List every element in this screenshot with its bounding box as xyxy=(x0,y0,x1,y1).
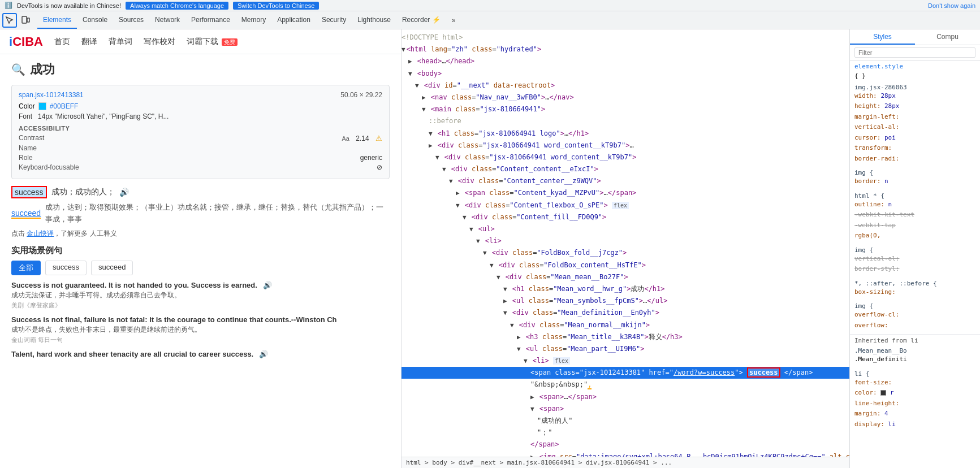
sentence-3-speaker[interactable]: 🔊 xyxy=(259,350,268,358)
cursor-tool-button[interactable] xyxy=(2,13,17,28)
word2-link[interactable]: succeed xyxy=(11,209,41,219)
expand-span-c[interactable]: ▶ xyxy=(530,393,534,401)
dom-line-word-h1[interactable]: ▼ <h1 class="Mean_word__hwr_g">成功</h1> xyxy=(402,283,849,295)
dom-line-mean[interactable]: ▼ <div class="Mean_mean__Bo27F"> xyxy=(402,271,849,283)
dom-line-html[interactable]: ▼<html lang="zh" class="hydrated"> xyxy=(402,44,849,55)
dismiss-notif-button[interactable]: Don't show again xyxy=(928,2,975,9)
dom-line-head[interactable]: ▶ <head>…</head> xyxy=(402,55,849,67)
match-language-button[interactable]: Always match Chrome's language xyxy=(126,2,228,10)
tab-computed[interactable]: Compu xyxy=(915,29,980,45)
scenario-tab-success[interactable]: success xyxy=(45,261,87,275)
tab-sources[interactable]: Sources xyxy=(113,11,149,29)
tab-memory[interactable]: Memory xyxy=(236,11,271,29)
expand-symbols[interactable]: ▶ xyxy=(503,297,507,305)
expand-foldbox[interactable]: ▼ xyxy=(483,249,487,257)
dom-line-chengong[interactable]: "成功的人" xyxy=(402,415,849,427)
expand-foldcontent[interactable]: ▼ xyxy=(490,262,494,269)
styles-filter-input[interactable] xyxy=(854,47,975,58)
dom-line-semicolon[interactable]: "；" xyxy=(402,427,849,439)
tab-recorder[interactable]: Recorder ⚡ xyxy=(396,11,446,29)
tab-styles[interactable]: Styles xyxy=(850,29,915,45)
tab-application[interactable]: Application xyxy=(271,11,316,29)
dom-line-img[interactable]: ▶ <img src="data:image/svg+xml;base64,P.… xyxy=(402,451,849,457)
dom-line-span-success[interactable]: <span class="jsx-1012413381" href="/word… xyxy=(402,367,849,379)
sentence-3: Talent, hard work and sheer tenacity are… xyxy=(11,350,390,358)
expand-part-ul[interactable]: ▼ xyxy=(517,345,521,353)
dom-line-span-collapsed[interactable]: ▶ <span>…</span> xyxy=(402,391,849,403)
sentence-1-speaker[interactable]: 🔊 xyxy=(263,281,272,289)
expand-word-content[interactable]: ▼ xyxy=(435,154,439,161)
expand-content[interactable]: ▼ xyxy=(442,166,446,173)
more-tabs-button[interactable]: » xyxy=(448,11,459,29)
dom-line-before[interactable]: ::before xyxy=(402,115,849,127)
tab-network[interactable]: Network xyxy=(149,11,185,29)
nav-item-writing[interactable]: 写作校对 xyxy=(144,34,175,49)
nav-item-home[interactable]: 首页 xyxy=(54,34,70,49)
switch-devtools-button[interactable]: Switch DevTools to Chinese xyxy=(233,2,319,10)
dom-line-part-ul[interactable]: ▼ <ul class="Mean_part__UI9M6"> xyxy=(402,343,849,355)
dom-line-symbols[interactable]: ▶ <ul class="Mean_symbols__fpCmS">…</ul> xyxy=(402,295,849,307)
expand-head[interactable]: ▶ xyxy=(408,58,412,65)
dom-line-li1[interactable]: ▼ <li> xyxy=(402,235,849,247)
expand-ul[interactable]: ▼ xyxy=(469,226,473,233)
tab-lighthouse[interactable]: Lighthouse xyxy=(352,11,396,29)
element-font-row: Font 14px "Microsoft Yahei", "PingFang S… xyxy=(19,112,382,120)
speaker-icon-1[interactable]: 🔊 xyxy=(119,188,129,197)
expand-kyad[interactable]: ▶ xyxy=(456,189,460,197)
expand-search[interactable]: ▶ xyxy=(429,142,433,149)
tab-console[interactable]: Console xyxy=(77,11,113,29)
href-success[interactable]: /word?w=success xyxy=(674,369,735,376)
expand-flexbox[interactable]: ▼ xyxy=(456,202,460,209)
expand-li1[interactable]: ▼ xyxy=(476,237,480,245)
expand-html[interactable]: ▼ xyxy=(402,46,405,53)
scenario-tab-succeed[interactable]: succeed xyxy=(91,261,133,275)
expand-normal[interactable]: ▼ xyxy=(510,322,514,329)
dom-line-flexbox[interactable]: ▼ <div class="Content_flexbox_O_sPE"> fl… xyxy=(402,200,849,211)
expand-main[interactable]: ▼ xyxy=(422,106,426,113)
dom-tree[interactable]: <!DOCTYPE html> ▼<html lang="zh" class="… xyxy=(402,29,849,457)
dom-line-body[interactable]: ▼ <body> xyxy=(402,68,849,80)
device-toolbar-button[interactable] xyxy=(18,13,33,28)
dom-line-normal[interactable]: ▼ <div class="Mean_normal__mkijn"> xyxy=(402,319,849,331)
nav-item-vocab[interactable]: 背单词 xyxy=(109,34,132,49)
tab-security[interactable]: Security xyxy=(316,11,352,29)
expand-mean[interactable]: ▼ xyxy=(497,274,500,281)
expand-word-h1[interactable]: ▼ xyxy=(503,285,507,293)
expand-next[interactable]: ▼ xyxy=(415,82,419,89)
dom-line-definition[interactable]: ▼ <div class="Mean_definition__En0yh"> xyxy=(402,307,849,319)
expand-title-h3[interactable]: ▶ xyxy=(517,333,521,341)
dom-line-foldcontent[interactable]: ▼ <div class="FoldBox_content__HsTfE"> xyxy=(402,259,849,271)
dom-line-kyad[interactable]: ▶ <span class="Content_kyad__MZPvU">…</s… xyxy=(402,187,849,199)
expand-definition[interactable]: ▼ xyxy=(503,309,507,317)
scenario-tab-all[interactable]: 全部 xyxy=(11,261,41,275)
dom-line-foldbox[interactable]: ▼ <div class="FoldBox_fold__j7cgz"> xyxy=(402,247,849,259)
tab-performance[interactable]: Performance xyxy=(185,11,236,29)
jinshan-link[interactable]: 金山快译 xyxy=(27,229,54,237)
dom-line-span-open[interactable]: ▼ <span> xyxy=(402,403,849,415)
nav-item-download[interactable]: 词霸下载 免费 xyxy=(187,34,238,49)
dom-line-search[interactable]: ▶ <div class="jsx-810664941 word_content… xyxy=(402,140,849,151)
expand-nav[interactable]: ▶ xyxy=(422,94,426,101)
expand-span-o[interactable]: ▼ xyxy=(530,405,534,413)
dom-line-word-content[interactable]: ▼ <div class="jsx-810664941 word_content… xyxy=(402,151,849,163)
dom-line-span-close[interactable]: </span> xyxy=(402,439,849,450)
dom-line-li-flex1[interactable]: ▼ <li> flex xyxy=(402,355,849,367)
nav-item-translate[interactable]: 翻译 xyxy=(81,34,97,49)
dom-line-title-h3[interactable]: ▶ <h3 class="Mean_title__k3R4B">释义</h3> xyxy=(402,331,849,343)
dom-line-nbsp[interactable]: "&nbsp;&nbsp;", xyxy=(402,379,849,391)
expand-li-flex1[interactable]: ▼ xyxy=(524,357,528,365)
dom-line-h1[interactable]: ▼ <h1 class="jsx-810664941 logo">…</h1> xyxy=(402,128,849,140)
expand-h1[interactable]: ▼ xyxy=(429,130,433,137)
dom-line-ul[interactable]: ▼ <ul> xyxy=(402,223,849,235)
dom-line-main[interactable]: ▼ <main class="jsx-810664941"> xyxy=(402,103,849,115)
expand-center[interactable]: ▼ xyxy=(449,177,453,185)
dom-line-content[interactable]: ▼ <div class="Content_content__eIxcI"> xyxy=(402,163,849,175)
dom-line-fill[interactable]: ▼ <div class="Content_fill__FD0Q9"> xyxy=(402,211,849,223)
expand-body[interactable]: ▼ xyxy=(408,70,412,77)
dom-line-nav[interactable]: ▶ <nav class="Nav_nav__3wFB0">…</nav> xyxy=(402,92,849,103)
dom-line-center[interactable]: ▼ <div class="Content_center__z9WQV"> xyxy=(402,175,849,187)
tab-elements[interactable]: Elements xyxy=(37,11,77,29)
dom-line-next[interactable]: ▼ <div id="__next" data-reactroot> xyxy=(402,80,849,92)
expand-fill[interactable]: ▼ xyxy=(463,214,467,221)
dom-line-doctype[interactable]: <!DOCTYPE html> xyxy=(402,32,849,44)
